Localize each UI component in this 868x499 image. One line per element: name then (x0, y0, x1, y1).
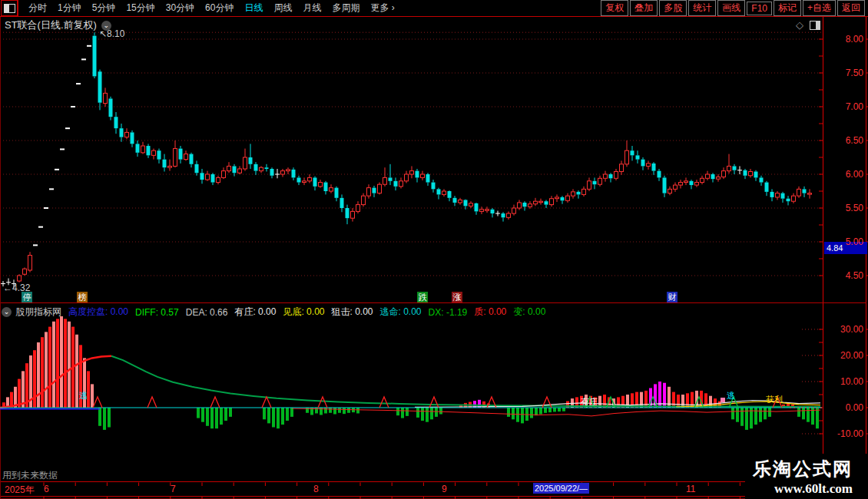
menu-item-6[interactable]: 日线 (239, 2, 268, 15)
event-tag[interactable]: 跌 (417, 292, 428, 302)
indicator-value-6: 狙击: 0.00 (331, 306, 373, 319)
indicator-value-9: 质: 0.00 (474, 306, 506, 319)
indicator-value-2: DIFF: 0.57 (135, 307, 179, 318)
selected-date-badge: 2025/09/22/— (533, 483, 589, 494)
indicator-axis-label: 30.00 (827, 324, 863, 335)
menu-item-10[interactable]: 更多 › (365, 2, 399, 15)
indicator-chart-label: 有庄 (581, 396, 598, 408)
period-toolbar: 分时1分钟5分钟15分钟30分钟60分钟日线周线月线多周期更多 › 复权叠加多股… (0, 0, 868, 17)
toolbar-button-6[interactable]: 标记 (774, 0, 801, 16)
toolbar-button-1[interactable]: 叠加 (630, 0, 658, 16)
toolbar-button-5[interactable]: F10 (747, 2, 772, 15)
indicator-value-5: 见底: 0.00 (283, 306, 324, 319)
price-axis-label: 4.50 (827, 270, 863, 281)
chart-canvas (0, 0, 868, 499)
menu-item-5[interactable]: 60分钟 (200, 2, 239, 15)
watermark-site-name: 乐淘公式网 (753, 457, 853, 481)
menu-item-3[interactable]: 15分钟 (121, 2, 160, 15)
menu-item-8[interactable]: 月线 (297, 2, 326, 15)
indicator-chart-label: 获利 (766, 394, 783, 405)
future-data-warning: 用到未来数据 (2, 469, 58, 482)
date-tick-label: 11 (686, 484, 695, 494)
watermark-url: www.60lt.com (753, 481, 853, 497)
event-tag[interactable]: 涨 (452, 292, 462, 302)
indicator-chart-label: 逃 (727, 390, 735, 402)
menu-item-9[interactable]: 多周期 (326, 2, 365, 15)
event-tag[interactable]: 财 (667, 292, 678, 302)
menu-item-7[interactable]: 周线 (268, 2, 297, 15)
diamond-icon[interactable]: ◇ (796, 19, 803, 31)
date-tick-label: 9 (442, 484, 447, 494)
indicator-axis-label: 20.00 (827, 350, 863, 361)
trading-terminal-window: 分时1分钟5分钟15分钟30分钟60分钟日线周线月线多周期更多 › 复权叠加多股… (0, 0, 868, 499)
toolbar-button-3[interactable]: 统计 (688, 0, 716, 16)
window-split-icon[interactable] (1, 0, 18, 16)
price-axis-label: 7.50 (827, 68, 863, 78)
indicator-value-10: 变: 0.00 (513, 306, 545, 319)
price-axis-label: 5.50 (827, 203, 863, 213)
toolbar-button-4[interactable]: 画线 (717, 0, 745, 16)
price-axis-label: 6.50 (827, 135, 863, 146)
period-menu: 分时1分钟5分钟15分钟30分钟60分钟日线周线月线多周期更多 › (23, 2, 400, 15)
watermark: 乐淘公式网 www.60lt.com (745, 454, 868, 499)
date-tick-label: 6 (44, 484, 49, 494)
menu-item-0[interactable]: 分时 (23, 2, 52, 15)
indicator-header: ⌄ 股朋指标网高度控盘: 0.00DIFF: 0.57DEA: 0.66有庄: … (2, 306, 552, 319)
title-bar: ST联合(日线.前复权) ⌄ (5, 18, 111, 32)
menu-item-2[interactable]: 5分钟 (87, 2, 121, 15)
indicator-axis-label: 0.00 (827, 402, 863, 413)
date-tick-label: 8 (313, 484, 319, 494)
indicator-value-3: DEA: 0.66 (186, 307, 228, 318)
indicator-axis-label: 10.00 (827, 376, 863, 387)
menu-item-1[interactable]: 1分钟 (52, 2, 87, 15)
toolbar-button-8[interactable]: 返回 (837, 0, 865, 16)
indicator-title: 股朋指标网 (15, 306, 61, 319)
menu-item-4[interactable]: 30分钟 (161, 2, 200, 15)
indicator-value-8: DX: -1.19 (429, 307, 468, 318)
price-axis-label: 7.00 (827, 101, 863, 112)
indicator-value-4: 有庄: 0.00 (234, 306, 276, 319)
event-tag[interactable]: 榜 (77, 292, 88, 302)
action-buttons: 复权叠加多股统计画线F10标记+自选返回 (599, 0, 865, 16)
date-axis[interactable]: 2025年 2025/09/22/— 678911 (0, 482, 868, 497)
panel-layout-icon[interactable] (810, 21, 820, 30)
event-tag[interactable]: 停 (22, 292, 32, 302)
year-label: 2025年 (5, 484, 35, 497)
chevron-down-icon[interactable]: ⌄ (101, 21, 111, 31)
chevron-down-icon[interactable]: ⌄ (2, 307, 12, 317)
price-axis-label: 5.00 (827, 236, 863, 247)
toolbar-button-0[interactable]: 复权 (601, 0, 628, 16)
date-tick-label: 7 (171, 484, 176, 494)
toolbar-button-7[interactable]: +自选 (803, 0, 836, 16)
indicator-chart-label: 逃 (79, 390, 88, 402)
price-axis-label: 8.00 (827, 34, 863, 45)
indicator-value-7: 逃命: 0.00 (380, 306, 422, 319)
price-axis-label: 6.00 (827, 169, 863, 180)
page-title: ST联合(日线.前复权) (5, 18, 97, 32)
indicator-value-1: 高度控盘: 0.00 (68, 306, 128, 319)
indicator-axis-label: -10.00 (827, 428, 863, 439)
toolbar-divider (18, 0, 18, 16)
toolbar-button-2[interactable]: 多股 (659, 0, 687, 16)
